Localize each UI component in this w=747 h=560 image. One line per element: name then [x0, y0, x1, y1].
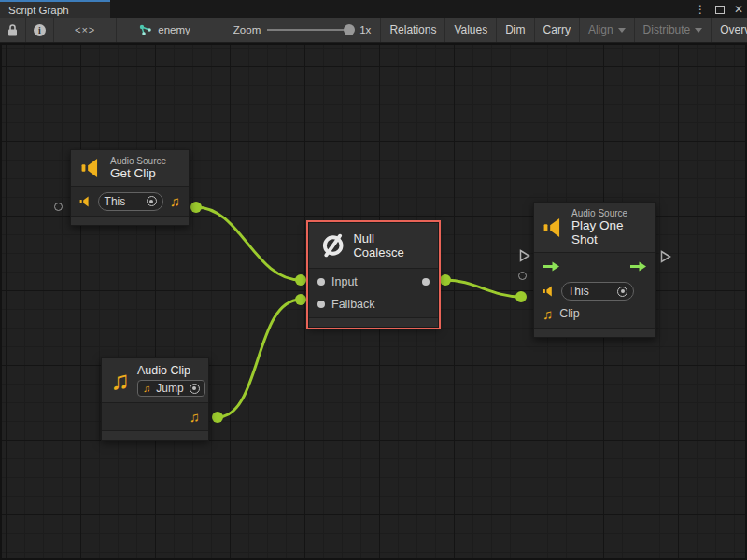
output-port-connected[interactable] [440, 274, 451, 286]
this-object-field[interactable]: This [561, 282, 634, 301]
relations-button[interactable]: Relations [381, 18, 445, 42]
close-icon[interactable]: ✕ [734, 4, 743, 15]
graph-name: enemy [158, 24, 190, 35]
audio-source-icon [79, 196, 92, 207]
node-title: Play One Shot [571, 218, 646, 246]
node-title: Get Clip [110, 166, 166, 180]
graph-breadcrumb[interactable]: enemy [117, 18, 200, 42]
object-picker-icon[interactable] [190, 384, 200, 394]
window-controls: ⋮ ✕ [695, 0, 743, 18]
edit-source-button[interactable]: <×> [54, 18, 117, 42]
note-icon: ♫ [143, 384, 150, 394]
audio-clip-object-field[interactable]: ♫ Jump [137, 380, 205, 397]
code-icon: <×> [75, 24, 95, 35]
node-title: Null Coalesce [353, 231, 427, 259]
graph-icon [139, 24, 152, 36]
flow-port-in[interactable] [519, 249, 530, 262]
values-button[interactable]: Values [445, 18, 497, 42]
align-button[interactable]: Align [580, 18, 635, 42]
input-port-dot[interactable] [317, 278, 325, 286]
toolbar: i <×> enemy Zoom 1x Relations Values D [0, 18, 747, 43]
value-port-empty[interactable] [54, 203, 63, 211]
inspect-button[interactable]: i [26, 18, 54, 42]
node-title: Audio Clip [137, 364, 205, 377]
node-null-coalesce[interactable]: Null Coalesce Input Fallback [308, 222, 439, 328]
input-port-connected[interactable] [295, 274, 306, 286]
audio-clip-icon: ♫ [110, 368, 130, 394]
node-category: Audio Source [571, 208, 646, 218]
zoom-control: Zoom 1x [200, 18, 382, 42]
node-get-clip[interactable]: Audio Source Get Clip This ♫ [70, 149, 190, 226]
info-icon: i [34, 24, 46, 36]
carry-button[interactable]: Carry [535, 18, 580, 42]
input-port-connected[interactable] [295, 294, 306, 305]
dim-button[interactable]: Dim [497, 18, 534, 42]
audio-clip-type-icon: ♫ [170, 194, 180, 208]
node-play-one-shot[interactable]: Audio Source Play One Shot [533, 202, 656, 338]
flow-arrow-icon [543, 261, 560, 272]
value-port-empty[interactable] [518, 272, 527, 280]
visual-scripting-window: Script Graph ⋮ ✕ i <×> [0, 0, 747, 560]
audio-source-icon [80, 158, 103, 178]
node-audio-clip[interactable]: ♫ Audio Clip ♫ Jump ♫ [101, 357, 209, 441]
flow-arrow-icon [629, 261, 647, 272]
tab-title: Script Graph [8, 5, 69, 16]
null-coalesce-icon [320, 232, 345, 259]
chevron-down-icon [618, 28, 626, 33]
connection-wire[interactable] [445, 280, 521, 297]
menu-icon[interactable]: ⋮ [695, 4, 706, 15]
zoom-value: 1x [359, 24, 371, 35]
node-category: Audio Source [110, 156, 166, 166]
maximize-icon[interactable] [715, 1, 725, 18]
zoom-label: Zoom [233, 24, 261, 35]
tab-script-graph[interactable]: Script Graph [0, 0, 110, 18]
object-picker-icon[interactable] [147, 196, 157, 206]
connection-wire[interactable] [196, 207, 301, 280]
overview-button[interactable]: Overview [712, 18, 747, 42]
output-port-connected[interactable] [212, 412, 223, 423]
audio-clip-type-icon: ♫ [190, 410, 200, 424]
this-object-field[interactable]: This [98, 192, 163, 211]
object-picker-icon[interactable] [617, 287, 627, 297]
lock-button[interactable] [0, 18, 26, 42]
output-port-connected[interactable] [190, 202, 202, 213]
audio-source-icon [543, 286, 555, 297]
lock-icon [7, 24, 18, 36]
zoom-slider-handle[interactable] [344, 24, 355, 35]
input-port-connected[interactable] [515, 291, 527, 302]
chevron-down-icon [695, 28, 702, 33]
distribute-button[interactable]: Distribute [635, 18, 712, 42]
output-port-dot[interactable] [422, 278, 430, 286]
audio-source-icon [543, 217, 564, 238]
audio-clip-type-icon: ♫ [543, 307, 553, 321]
connection-wire[interactable] [218, 300, 301, 417]
zoom-slider[interactable] [267, 24, 353, 35]
fallback-port-dot[interactable] [317, 301, 325, 308]
flow-port-out[interactable] [660, 250, 671, 263]
graph-canvas[interactable]: Audio Source Get Clip This ♫ [0, 43, 747, 560]
tab-bar: Script Graph ⋮ ✕ [0, 0, 747, 18]
